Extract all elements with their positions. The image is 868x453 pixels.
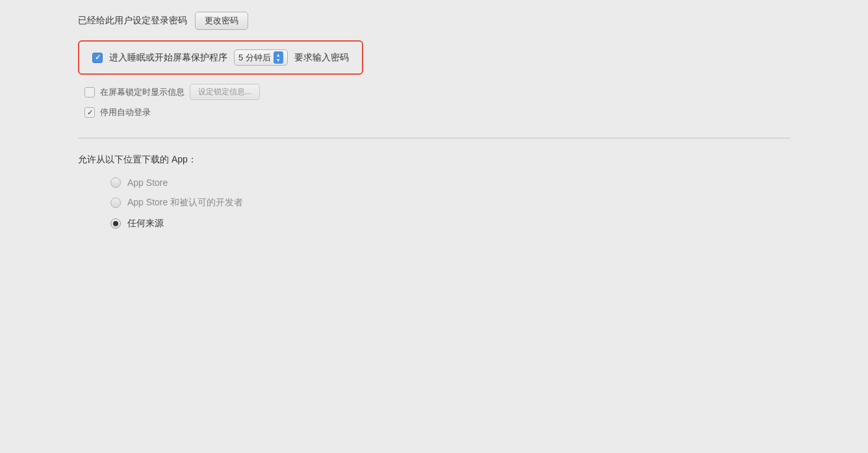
allow-section: 允许从以下位置下载的 App： App Store App Store 和被认可… [78,154,790,229]
radio-app-store-dev-label: App Store 和被认可的开发者 [127,197,243,209]
already-set-label: 已经给此用户设定登录密码 [78,15,187,27]
sleep-label: 进入睡眠或开始屏幕保护程序 [109,52,227,64]
show-lock-info-label: 在屏幕锁定时显示信息 [100,86,185,98]
set-lock-info-button[interactable]: 设定锁定信息... [190,84,260,100]
time-select[interactable]: 5 分钟后 [234,49,288,66]
disable-auto-login-row: 停用自动登录 [78,107,790,118]
sleep-password-box: 进入睡眠或开始屏幕保护程序 5 分钟后 要求输入密码 [78,40,363,75]
radio-anywhere[interactable] [110,218,121,229]
password-section: 已经给此用户设定登录密码 更改密码 [78,0,790,30]
show-lock-info-row: 在屏幕锁定时显示信息 设定锁定信息... [78,84,790,100]
sleep-checkbox[interactable] [92,53,103,63]
time-value: 5 分钟后 [238,52,271,64]
radio-row-app-store-dev: App Store 和被认可的开发者 [110,197,790,209]
radio-anywhere-label: 任何来源 [127,218,164,229]
radio-row-app-store: App Store [110,177,790,188]
radio-app-store-dev[interactable] [110,198,121,208]
change-password-button[interactable]: 更改密码 [195,12,248,30]
radio-row-anywhere: 任何来源 [110,218,790,229]
radio-app-store[interactable] [110,177,121,188]
radio-app-store-label: App Store [127,177,168,188]
show-lock-info-checkbox[interactable] [84,87,95,97]
require-password-label: 要求输入密码 [294,52,349,64]
app-source-radio-group: App Store App Store 和被认可的开发者 任何来源 [78,177,790,229]
disable-auto-login-checkbox[interactable] [84,107,95,118]
allow-section-title: 允许从以下位置下载的 App： [78,154,790,166]
disable-auto-login-label: 停用自动登录 [100,107,151,118]
time-stepper[interactable] [274,51,283,64]
section-divider [78,138,790,138]
settings-panel: 已经给此用户设定登录密码 更改密码 进入睡眠或开始屏幕保护程序 5 分钟后 要求… [0,0,868,453]
